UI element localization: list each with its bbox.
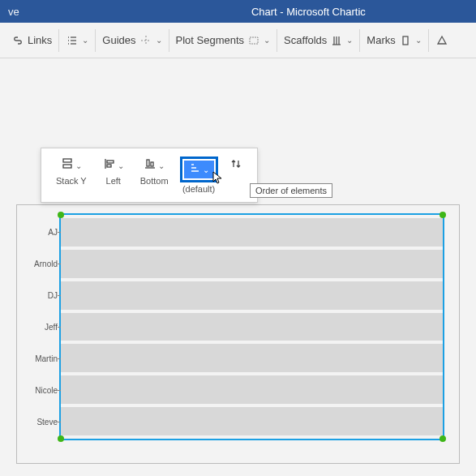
bar[interactable] — [61, 407, 443, 435]
ribbon-plotseg-label: Plot Segments — [176, 34, 245, 46]
bar[interactable] — [61, 250, 443, 278]
ribbon-guides[interactable]: Guides ⌄ — [96, 29, 169, 52]
bars-container: AJArnoldDJJeffMartinNicoleSteve — [61, 215, 443, 439]
ribbon-marks-label: Marks — [367, 34, 395, 46]
y-axis-label: Arnold — [28, 259, 58, 268]
tool-stack-y[interactable]: ⌄ Stack Y — [48, 153, 95, 197]
y-axis-label: AJ — [28, 228, 58, 237]
align-bottom-icon — [144, 157, 157, 174]
tool-left-label: Left — [106, 176, 121, 186]
cursor-arrow-icon — [212, 171, 224, 186]
chevron-down-icon: ⌄ — [82, 36, 88, 45]
bar-row[interactable]: Nicole — [61, 374, 443, 405]
tool-stacky-label: Stack Y — [56, 176, 87, 186]
svg-rect-14 — [63, 159, 71, 162]
chevron-down-icon: ⌄ — [415, 36, 422, 45]
bar[interactable] — [61, 281, 443, 310]
ribbon-extra[interactable] — [429, 29, 455, 52]
chevron-down-icon: ⌄ — [346, 36, 353, 45]
svg-rect-15 — [63, 165, 71, 168]
bar-row[interactable]: Steve — [61, 405, 443, 437]
y-axis-label: Nicole — [28, 385, 58, 394]
guides-icon — [139, 34, 152, 47]
svg-rect-8 — [250, 37, 258, 44]
scaffold-icon — [330, 34, 343, 47]
swap-icon — [229, 157, 242, 174]
chevron-down-icon: ⌄ — [158, 161, 165, 170]
plot-container: AJArnoldDJJeffMartinNicoleSteve — [16, 204, 460, 464]
ribbon: Links ⌄ Guides ⌄ Plot Segments ⌄ Sc — [0, 23, 476, 58]
ribbon-marks[interactable]: Marks ⌄ — [360, 29, 428, 52]
tool-bottom[interactable]: ⌄ Bottom — [132, 153, 177, 197]
ribbon-links-label: Links — [28, 34, 52, 46]
y-tick — [58, 422, 61, 422]
stack-y-icon — [61, 157, 74, 174]
marks-icon — [399, 34, 412, 47]
bar[interactable] — [61, 344, 443, 372]
ribbon-links-list[interactable]: ⌄ — [59, 29, 96, 52]
tool-swap[interactable] — [221, 153, 251, 197]
tooltip: Order of elements — [250, 183, 332, 198]
svg-rect-18 — [107, 165, 111, 167]
chevron-down-icon: ⌄ — [264, 36, 270, 45]
svg-rect-20 — [147, 160, 149, 166]
rect-icon — [247, 34, 260, 47]
bar-row[interactable]: Martin — [61, 342, 443, 374]
y-axis-label: Steve — [28, 417, 58, 426]
y-tick — [58, 264, 61, 264]
list-icon — [66, 34, 79, 47]
bar[interactable] — [61, 313, 443, 341]
y-tick — [58, 327, 61, 328]
y-axis-label: DJ — [28, 291, 58, 300]
tool-bottom-label: Bottom — [140, 176, 169, 186]
ribbon-plot-segments[interactable]: Plot Segments ⌄ — [169, 29, 278, 52]
ribbon-scaffolds[interactable]: Scaffolds ⌄ — [277, 29, 360, 52]
chevron-down-icon: ⌄ — [118, 161, 124, 170]
y-tick — [58, 232, 61, 233]
bar-row[interactable]: DJ — [61, 280, 443, 311]
links-icon — [11, 34, 24, 47]
svg-rect-17 — [107, 161, 114, 163]
y-tick — [58, 358, 61, 359]
y-tick — [58, 295, 61, 296]
ribbon-guides-label: Guides — [102, 34, 135, 46]
align-left-icon — [103, 157, 116, 174]
shape-icon — [435, 34, 448, 47]
ribbon-links[interactable]: Links — [5, 29, 59, 52]
titlebar-left: ve — [8, 6, 19, 18]
canvas-area: ⌄ Stack Y ⌄ Left ⌄ — [0, 58, 476, 476]
bar[interactable] — [61, 375, 443, 404]
y-axis-label: Martin — [28, 354, 58, 362]
svg-rect-21 — [151, 162, 153, 166]
y-axis-label: Jeff — [28, 323, 58, 332]
tool-left[interactable]: ⌄ Left — [95, 153, 132, 197]
tool-default-label: (default) — [182, 184, 215, 194]
svg-rect-13 — [403, 36, 408, 45]
plot-selection-rect[interactable]: AJArnoldDJJeffMartinNicoleSteve — [59, 213, 444, 440]
sort-icon — [189, 162, 200, 177]
titlebar: ve Chart - Microsoft Chartic — [0, 0, 476, 23]
chevron-down-icon: ⌄ — [75, 161, 82, 170]
ribbon-scaffolds-label: Scaffolds — [284, 34, 327, 46]
bar[interactable] — [61, 218, 443, 247]
bar-row[interactable]: Arnold — [61, 248, 443, 280]
chevron-down-icon: ⌄ — [156, 36, 162, 45]
bar-row[interactable]: Jeff — [61, 311, 443, 343]
chevron-down-icon: ⌄ — [203, 165, 209, 174]
floating-toolbar: ⌄ Stack Y ⌄ Left ⌄ — [41, 148, 258, 203]
y-tick — [58, 390, 61, 391]
titlebar-title: Chart - Microsoft Chartic — [19, 6, 468, 18]
bar-row[interactable]: AJ — [61, 217, 443, 248]
